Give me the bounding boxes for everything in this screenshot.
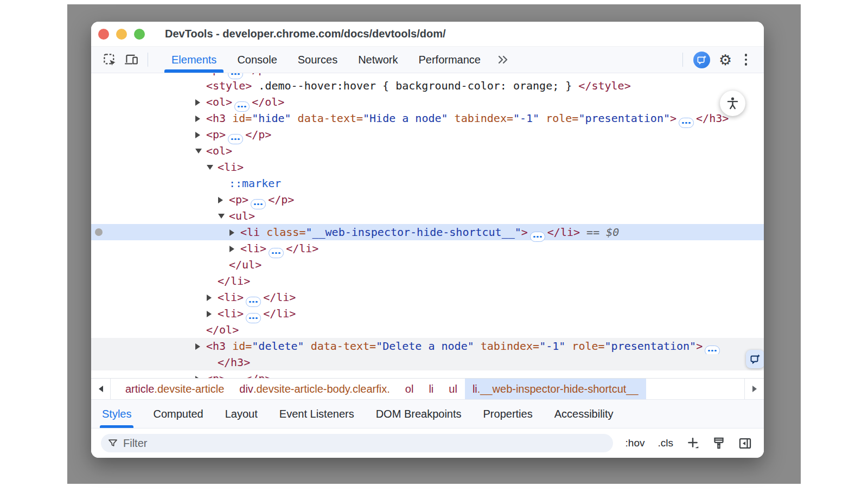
token-attr: id=: [232, 340, 252, 353]
token-tag: <li>: [240, 242, 266, 255]
toolbar-divider-right: [682, 53, 683, 67]
token-tag: <ul>: [229, 209, 255, 222]
expand-arrow-icon[interactable]: [195, 126, 206, 143]
ai-assistant-icon[interactable]: [693, 52, 710, 68]
breadcrumb-scroll-right-icon[interactable]: [744, 379, 764, 399]
tree-node[interactable]: <p></p>: [91, 370, 764, 378]
element-marker-dot: [95, 228, 103, 236]
more-tabs-icon[interactable]: [491, 53, 515, 66]
token-tag: <style>: [206, 79, 252, 92]
token-tag: </p>: [245, 128, 271, 141]
token-attr: tabindex=: [481, 340, 539, 353]
ai-adorner-icon[interactable]: [746, 350, 764, 368]
collapse-arrow-icon[interactable]: [218, 208, 229, 224]
tree-node[interactable]: <ol>: [91, 143, 764, 159]
breadcrumb-item[interactable]: article.devsite-article: [118, 379, 232, 399]
toolbar-divider: [148, 53, 148, 67]
toggle-hover-state-button[interactable]: :hov: [623, 435, 648, 451]
tree-node[interactable]: <li class="__web-inspector-hide-shortcut…: [91, 224, 764, 240]
tab-network[interactable]: Network: [348, 47, 408, 73]
toggle-class-button[interactable]: .cls: [655, 435, 676, 451]
sidebar-tabs: StylesComputedLayoutEvent ListenersDOM B…: [91, 400, 764, 428]
tree-node[interactable]: <ol></ol>: [91, 94, 764, 110]
tree-node[interactable]: </ul>: [91, 257, 764, 273]
more-options-kebab-icon[interactable]: [736, 50, 756, 69]
settings-gear-icon[interactable]: ⚙: [715, 50, 736, 69]
token-tag: >: [521, 226, 528, 239]
sidebar-tab-computed[interactable]: Computed: [145, 400, 210, 428]
tree-node[interactable]: <ul>: [91, 208, 764, 224]
token-plain: [539, 112, 546, 125]
tree-node[interactable]: <li></li>: [91, 305, 764, 322]
expand-arrow-icon[interactable]: [229, 240, 240, 257]
crumb-tag: ol: [405, 383, 414, 395]
device-toolbar-icon[interactable]: [120, 50, 142, 69]
sidebar-tab-dom-breakpoints[interactable]: DOM Breakpoints: [368, 400, 469, 428]
crumb-cls: .devsite-article: [154, 383, 224, 395]
tree-node[interactable]: <h3 id="hide" data-text="Hide a node" ta…: [91, 110, 764, 126]
breadcrumb-scroll-left-icon[interactable]: [91, 379, 111, 399]
tree-node[interactable]: <li></li>: [91, 289, 764, 305]
tree-node[interactable]: <li></li>: [91, 240, 764, 257]
tree-node[interactable]: </h3>: [91, 354, 764, 370]
tree-node[interactable]: <li>: [91, 159, 764, 175]
accessibility-overlay-icon[interactable]: [720, 91, 745, 116]
new-style-rule-icon[interactable]: [684, 434, 702, 452]
sidebar-tab-accessibility[interactable]: Accessibility: [547, 400, 621, 428]
token-plain: [291, 112, 298, 125]
toggle-sidebar-icon[interactable]: [736, 434, 754, 452]
tree-node[interactable]: <style> .demo--hover:hover { background-…: [91, 78, 764, 94]
crumb-cls: .devsite-article-body.clearfix.: [253, 383, 390, 395]
token-tag: </p>: [268, 193, 294, 206]
tab-console[interactable]: Console: [227, 47, 287, 73]
expand-arrow-icon[interactable]: [195, 370, 206, 378]
tab-performance[interactable]: Performance: [409, 47, 492, 73]
sidebar-tab-event-listeners[interactable]: Event Listeners: [272, 400, 362, 428]
expand-arrow-icon[interactable]: [229, 224, 240, 240]
filter-field[interactable]: [101, 434, 613, 452]
breadcrumb: article.devsite-articlediv.devsite-artic…: [91, 378, 764, 400]
breadcrumb-item[interactable]: div.devsite-article-body.clearfix.: [232, 379, 398, 399]
expand-arrow-icon[interactable]: [195, 338, 206, 354]
breadcrumb-item[interactable]: li: [421, 379, 441, 399]
breadcrumb-item[interactable]: ul: [441, 379, 465, 399]
tree-node[interactable]: <h3 id="delete" data-text="Delete a node…: [91, 338, 764, 354]
token-val: "hide": [252, 112, 291, 125]
crumb-tag: li: [473, 383, 477, 395]
expand-arrow-icon[interactable]: [207, 305, 218, 322]
token-attr: id=: [232, 112, 252, 125]
tree-node[interactable]: ::marker: [91, 175, 764, 191]
tree-node[interactable]: </li>: [91, 273, 764, 289]
expand-arrow-icon[interactable]: [195, 94, 206, 110]
close-button[interactable]: [98, 29, 109, 40]
tab-elements[interactable]: Elements: [161, 47, 227, 73]
tree-node[interactable]: </ol>: [91, 322, 764, 338]
token-tag: <p>: [206, 73, 226, 76]
breadcrumb-item[interactable]: li.__web-inspector-hide-shortcut__: [465, 379, 646, 399]
sidebar-tab-styles[interactable]: Styles: [94, 400, 139, 428]
title-bar: DevTools - developer.chrome.com/docs/dev…: [91, 22, 764, 46]
sidebar-tab-properties[interactable]: Properties: [476, 400, 540, 428]
collapse-arrow-icon[interactable]: [195, 143, 206, 159]
zoom-button[interactable]: [134, 29, 145, 40]
expand-arrow-icon[interactable]: [195, 110, 206, 126]
rendering-brush-icon[interactable]: [710, 434, 728, 452]
expand-arrow-icon[interactable]: [195, 73, 206, 78]
expand-arrow-icon[interactable]: [207, 289, 218, 305]
tree-node[interactable]: <p></p>: [91, 126, 764, 143]
tree-node[interactable]: <p></p>: [91, 73, 764, 78]
inspect-element-icon[interactable]: [99, 50, 120, 69]
token-tag: <h3: [206, 112, 232, 125]
token-tag: </ol>: [206, 323, 239, 336]
minimize-button[interactable]: [116, 29, 127, 40]
token-val: "presentation": [605, 340, 697, 353]
tree-node[interactable]: <p></p>: [91, 191, 764, 208]
tab-sources[interactable]: Sources: [288, 47, 348, 73]
token-val: "Hide a node": [363, 112, 448, 125]
token-tag: <h3: [206, 340, 232, 353]
filter-input[interactable]: [123, 437, 607, 450]
collapse-arrow-icon[interactable]: [207, 159, 218, 175]
sidebar-tab-layout[interactable]: Layout: [218, 400, 265, 428]
expand-arrow-icon[interactable]: [218, 191, 229, 208]
breadcrumb-item[interactable]: ol: [398, 379, 422, 399]
